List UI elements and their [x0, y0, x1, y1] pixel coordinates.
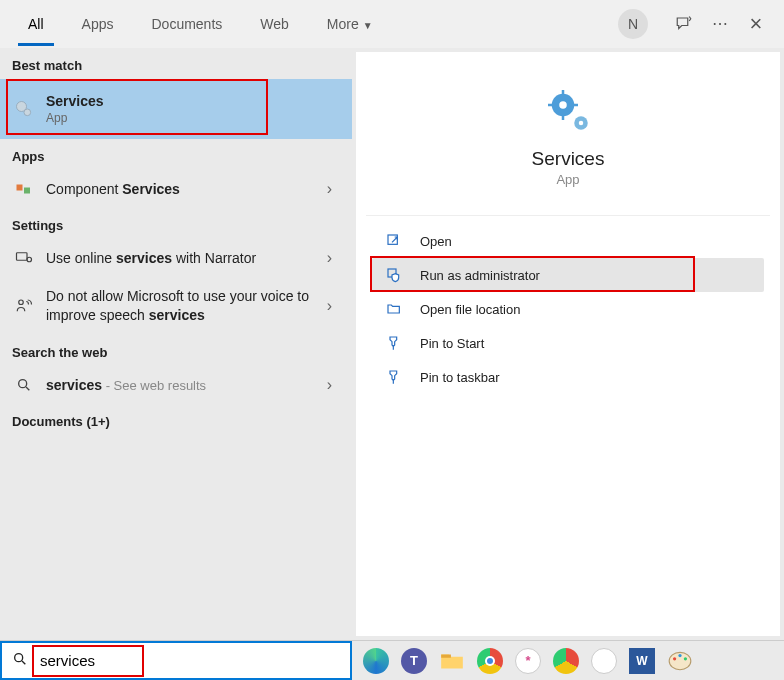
svg-rect-11 — [562, 115, 565, 120]
web-result-label: services - See web results — [46, 377, 327, 393]
web-result-services[interactable]: services - See web results › — [0, 366, 352, 404]
svg-rect-19 — [441, 654, 451, 657]
section-apps: Apps — [0, 139, 352, 170]
taskbar-icons: T * ✂ W — [352, 645, 696, 677]
preview-pane: Services App Open Run as administrator — [352, 48, 784, 640]
teams-icon[interactable]: T — [398, 645, 430, 677]
services-icon — [12, 99, 36, 119]
svg-rect-2 — [17, 185, 23, 191]
tab-more[interactable]: More▼ — [317, 2, 383, 46]
svg-point-1 — [24, 109, 31, 116]
action-open[interactable]: Open — [372, 224, 764, 258]
pin-icon — [382, 335, 406, 351]
svg-rect-16 — [388, 235, 397, 244]
admin-shield-icon — [382, 267, 406, 283]
svg-point-7 — [19, 379, 27, 387]
best-match-sub: App — [46, 111, 104, 125]
action-run-as-admin[interactable]: Run as administrator — [372, 258, 764, 292]
pin-icon — [382, 369, 406, 385]
snip-icon[interactable]: ✂ — [588, 645, 620, 677]
section-settings: Settings — [0, 208, 352, 239]
chevron-down-icon: ▼ — [363, 20, 373, 31]
more-options-icon[interactable]: ⋯ — [702, 14, 738, 33]
action-label: Run as administrator — [420, 268, 540, 283]
svg-rect-12 — [548, 104, 553, 107]
apps-result-component-services[interactable]: Component Services › — [0, 170, 352, 208]
section-web: Search the web — [0, 335, 352, 366]
narrator-icon — [12, 249, 36, 267]
preview-title: Services — [372, 148, 764, 170]
preview-panel: Services App Open Run as administrator — [356, 52, 780, 636]
action-label: Open — [420, 234, 452, 249]
action-pin-start[interactable]: Pin to Start — [372, 326, 764, 360]
action-open-file-location[interactable]: Open file location — [372, 292, 764, 326]
chrome-canary-icon[interactable] — [550, 645, 582, 677]
component-services-icon — [12, 180, 36, 198]
search-input[interactable] — [38, 643, 350, 678]
svg-point-22 — [678, 653, 681, 656]
filter-tabs: All Apps Documents Web More▼ N ⋯ × — [0, 0, 784, 48]
svg-rect-13 — [573, 104, 578, 107]
section-documents: Documents (1+) — [0, 404, 352, 435]
action-pin-taskbar[interactable]: Pin to taskbar — [372, 360, 764, 394]
svg-rect-10 — [562, 90, 565, 95]
svg-point-15 — [579, 121, 584, 126]
taskbar: T * ✂ W — [0, 640, 784, 680]
user-avatar[interactable]: N — [618, 9, 648, 39]
search-icon — [2, 651, 38, 671]
open-icon — [382, 233, 406, 249]
section-best-match: Best match — [0, 48, 352, 79]
folder-icon — [382, 301, 406, 317]
chevron-right-icon: › — [327, 249, 340, 267]
search-box[interactable] — [0, 641, 352, 680]
svg-rect-3 — [24, 188, 30, 194]
paint-icon[interactable] — [664, 645, 696, 677]
feedback-icon[interactable] — [666, 15, 702, 33]
svg-point-21 — [673, 657, 676, 660]
results-list: Best match Services App Apps Component S… — [0, 48, 352, 640]
tab-documents[interactable]: Documents — [141, 2, 232, 46]
settings-result-narrator[interactable]: Use online services with Narrator › — [0, 239, 352, 277]
svg-point-9 — [559, 101, 567, 109]
chevron-right-icon: › — [327, 180, 340, 198]
results-area: Best match Services App Apps Component S… — [0, 48, 784, 640]
apps-result-label: Component Services — [46, 181, 327, 197]
best-match-result[interactable]: Services App — [0, 79, 352, 139]
action-label: Pin to taskbar — [420, 370, 500, 385]
word-icon[interactable]: W — [626, 645, 658, 677]
action-label: Pin to Start — [420, 336, 484, 351]
settings-result-label: Do not allow Microsoft to use your voice… — [46, 287, 327, 325]
svg-point-18 — [15, 653, 23, 661]
chrome-icon[interactable] — [474, 645, 506, 677]
settings-result-speech[interactable]: Do not allow Microsoft to use your voice… — [0, 277, 352, 335]
tab-apps[interactable]: Apps — [72, 2, 124, 46]
svg-point-23 — [684, 657, 687, 660]
close-icon[interactable]: × — [738, 11, 774, 37]
action-label: Open file location — [420, 302, 520, 317]
preview-subtitle: App — [372, 172, 764, 187]
tab-web[interactable]: Web — [250, 2, 299, 46]
tab-all[interactable]: All — [18, 2, 54, 46]
chevron-right-icon: › — [327, 376, 340, 394]
chevron-right-icon: › — [327, 297, 340, 315]
edge-icon[interactable] — [360, 645, 392, 677]
settings-result-label: Use online services with Narrator — [46, 250, 327, 266]
search-icon — [12, 377, 36, 393]
start-search-window: All Apps Documents Web More▼ N ⋯ × Best … — [0, 0, 784, 680]
svg-point-6 — [19, 300, 24, 305]
best-match-title: Services — [46, 93, 104, 109]
speech-icon — [12, 297, 36, 315]
svg-point-5 — [27, 257, 32, 262]
svg-rect-4 — [17, 253, 28, 261]
services-icon-large — [544, 86, 592, 134]
slack-icon[interactable]: * — [512, 645, 544, 677]
file-explorer-icon[interactable] — [436, 645, 468, 677]
